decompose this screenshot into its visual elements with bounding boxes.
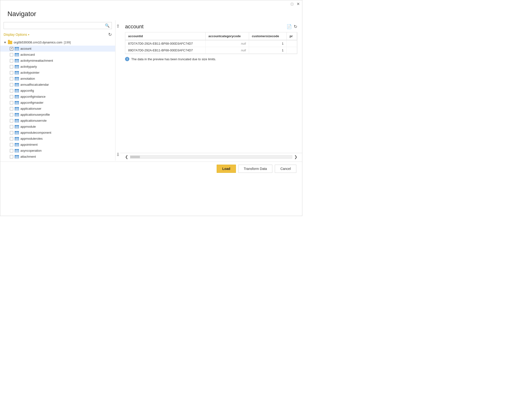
display-options-button[interactable]: Display Options ▾ (4, 33, 29, 36)
checkbox-activitypointer[interactable] (10, 71, 13, 74)
transform-data-button[interactable]: Transform Data (238, 165, 273, 173)
table-header-row: accountid accountcategorycode customersi… (125, 32, 297, 40)
folder-icon (8, 41, 12, 44)
checkbox-activityparty[interactable] (10, 65, 13, 68)
tree-item-annualfiscalcalendar[interactable]: annualfiscalcalendar (0, 82, 115, 88)
left-panel: 🔍 Display Options ▾ ↻ ▼ org0b539308.crm1… (0, 20, 115, 161)
tree-item-annotation[interactable]: annotation (0, 76, 115, 82)
bottom-bar: Load Transform Data Cancel (0, 162, 302, 176)
checkbox-annualfiscalcalendar[interactable] (10, 83, 13, 86)
tree-item-asyncoperation[interactable]: asyncoperation (0, 148, 115, 154)
cell-accountid: 87D7A7D0-292A-EB11-BF68-000D3AFC74D7 (125, 40, 205, 47)
preview-icons: 📄 ↻ (286, 24, 297, 29)
checkbox-activitymimeattachment[interactable] (10, 59, 13, 62)
load-button[interactable]: Load (217, 165, 236, 173)
checkbox-appmodule[interactable] (10, 125, 13, 128)
cancel-button[interactable]: Cancel (275, 165, 296, 173)
checkbox-account[interactable] (10, 47, 13, 51)
table-icon-appconfig (15, 89, 19, 92)
checkbox-appmoduleroles[interactable] (10, 137, 13, 140)
item-label-actioncard: actioncard (20, 53, 35, 56)
truncated-notice-text: The data in the preview has been truncat… (131, 57, 216, 61)
close-button[interactable]: ✕ (297, 2, 300, 6)
item-label-applicationuserrole: applicationuserrole (20, 119, 47, 123)
tree-item-appconfiginstance[interactable]: appconfiginstance (0, 94, 115, 100)
checkbox-appconfiginstance[interactable] (10, 95, 13, 98)
checkbox-actioncard[interactable] (10, 53, 13, 56)
tree-item-applicationuser[interactable]: applicationuser (0, 106, 115, 112)
info-icon: i (125, 57, 129, 61)
item-label-applicationuserprofile: applicationuserprofile (20, 113, 50, 116)
tree-group-header[interactable]: ▼ org0b539308.crm10.dynamics.com [199] (0, 39, 115, 46)
checkbox-appointment[interactable] (10, 143, 13, 146)
checkbox-appmodulecomponent[interactable] (10, 131, 13, 134)
checkbox-applicationuser[interactable] (10, 107, 13, 110)
item-label-activitymimeattachment: activitymimeattachment (20, 59, 53, 62)
checkbox-applicationuserprofile[interactable] (10, 113, 13, 116)
table-icon-applicationuserprofile (15, 113, 19, 116)
preview-refresh-icon[interactable]: ↻ (294, 24, 297, 29)
checkbox-asyncoperation[interactable] (10, 149, 13, 152)
scroll-track[interactable] (130, 155, 292, 159)
tree-items-list: accountactioncardactivitymimeattachmenta… (0, 46, 115, 160)
search-input[interactable] (6, 24, 105, 28)
cell-customersizecode: 1 (249, 40, 286, 47)
table-icon-account (15, 47, 19, 51)
tree-item-account[interactable]: account (0, 46, 115, 51)
table-icon-annualfiscalcalendar (15, 83, 19, 86)
table-icon-appconfigmaster (15, 101, 19, 104)
tree-container: ▼ org0b539308.crm10.dynamics.com [199] a… (0, 38, 115, 161)
checkbox-applicationuserrole[interactable] (10, 119, 13, 123)
item-label-attachment: attachment (20, 155, 36, 158)
group-count: [199] (64, 41, 71, 44)
tree-item-appconfigmaster[interactable]: appconfigmaster (0, 100, 115, 106)
tree-item-appmodule[interactable]: appmodule (0, 123, 115, 130)
preview-new-icon[interactable]: 📄 (286, 24, 292, 29)
checkbox-appconfig[interactable] (10, 89, 13, 92)
table-row: 87D7A7D0-292A-EB11-BF68-000D3AFC74D7null… (125, 40, 297, 47)
expand-arrow-icon: ▼ (4, 41, 7, 44)
item-label-account: account (20, 47, 31, 51)
tree-item-activitypointer[interactable]: activitypointer (0, 70, 115, 76)
cell-pr (286, 40, 297, 47)
checkbox-annotation[interactable] (10, 77, 13, 80)
table-row: 89D7A7D0-292A-EB11-BF68-000D3AFC74D7null… (125, 47, 297, 54)
search-bar: 🔍 (4, 22, 112, 29)
tree-item-appconfig[interactable]: appconfig (0, 88, 115, 94)
col-accountid: accountid (125, 32, 205, 40)
tree-item-applicationuserprofile[interactable]: applicationuserprofile (0, 112, 115, 118)
item-label-appointment: appointment (20, 143, 38, 146)
tree-item-attachment[interactable]: attachment (0, 154, 115, 160)
tree-item-activityparty[interactable]: activityparty (0, 64, 115, 70)
item-label-annualfiscalcalendar: annualfiscalcalendar (20, 83, 49, 86)
tree-item-appmodulecomponent[interactable]: appmodulecomponent (0, 130, 115, 136)
tree-item-actioncard[interactable]: actioncard (0, 51, 115, 58)
data-table: accountid accountcategorycode customersi… (125, 32, 297, 54)
page-title: Navigator (0, 8, 302, 20)
table-icon-appconfiginstance (15, 95, 19, 98)
table-icon-activitymimeattachment (15, 59, 19, 62)
search-icon: 🔍 (105, 23, 110, 28)
checkbox-attachment[interactable] (10, 155, 13, 158)
tree-item-appmoduleroles[interactable]: appmoduleroles (0, 136, 115, 142)
preview-header: account 📄 ↻ (120, 20, 302, 32)
scroll-left-arrow[interactable]: ❮ (125, 154, 128, 159)
cell-accountcategorycode: null (205, 40, 249, 47)
chevron-down-icon: ▾ (28, 33, 29, 36)
nav-arrows-column: ⇧ ⇩ (115, 20, 120, 161)
minimize-button[interactable]: □ (291, 2, 293, 6)
item-label-appconfig: appconfig (20, 89, 34, 92)
scroll-right-arrow[interactable]: ❯ (294, 154, 297, 159)
table-icon-appmodulecomponent (15, 131, 19, 134)
refresh-icon[interactable]: ↻ (108, 32, 112, 37)
col-pr: pr (286, 32, 297, 40)
tree-item-appointment[interactable]: appointment (0, 142, 115, 148)
scroll-thumb[interactable] (130, 156, 140, 158)
table-icon-asyncoperation (15, 149, 19, 152)
tree-item-applicationuserrole[interactable]: applicationuserrole (0, 118, 115, 123)
table-body: 87D7A7D0-292A-EB11-BF68-000D3AFC74D7null… (125, 40, 297, 54)
table-icon-actioncard (15, 53, 19, 56)
checkbox-appconfigmaster[interactable] (10, 101, 13, 104)
col-customersizecode: customersizecode (249, 32, 286, 40)
tree-item-activitymimeattachment[interactable]: activitymimeattachment (0, 58, 115, 64)
